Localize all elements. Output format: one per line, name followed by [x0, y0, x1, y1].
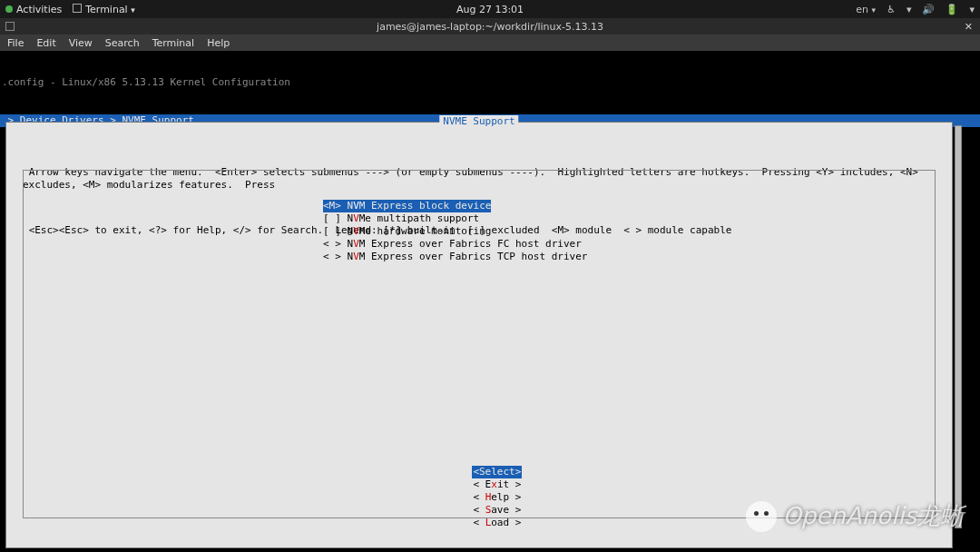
option-4[interactable]: < > NVM Express over Fabrics TCP host dr… — [323, 251, 587, 262]
gnome-topbar: Activities Terminal ▾ Aug 27 13:01 en ▾ … — [0, 0, 980, 18]
watermark: OpenAnolis龙蜥 — [746, 500, 964, 532]
input-lang-indicator[interactable]: en ▾ — [856, 4, 876, 15]
window-close-icon[interactable]: ✕ — [965, 21, 973, 33]
activities-button[interactable]: Activities — [5, 4, 62, 15]
volume-icon[interactable]: 🔊 — [922, 4, 935, 15]
clock[interactable]: Aug 27 13:01 — [456, 4, 524, 15]
save-button[interactable]: < Save > — [473, 504, 521, 517]
battery-icon[interactable]: 🔋 — [946, 4, 958, 15]
terminal-scrollbar[interactable] — [955, 125, 962, 528]
frame-title: NVME Support — [439, 115, 518, 128]
load-button[interactable]: < Load > — [473, 517, 521, 529]
menu-view[interactable]: View — [69, 37, 93, 49]
help-button[interactable]: < Help > — [473, 491, 521, 504]
terminal-menubar: File Edit View Search Terminal Help — [0, 34, 980, 51]
menu-terminal[interactable]: Terminal — [152, 37, 195, 49]
menu-help[interactable]: Help — [207, 37, 230, 49]
window-icon — [5, 22, 15, 31]
option-1[interactable]: [ ] NVMe multipath support — [323, 212, 479, 224]
network-icon[interactable]: ▾ — [906, 4, 912, 15]
menuconfig-frame: NVME Support Arrow keys navigate the men… — [5, 122, 953, 548]
wechat-icon — [746, 501, 777, 532]
system-menu-chevron-icon[interactable]: ▾ — [969, 4, 975, 15]
option-2[interactable]: [ ] NVMe hardware monitoring — [323, 225, 491, 237]
menu-search[interactable]: Search — [105, 37, 140, 49]
window-titlebar: james@james-laptop:~/workdir/linux-5.13.… — [0, 18, 980, 34]
option-3[interactable]: < > NVM Express over Fabrics FC host dri… — [323, 238, 582, 250]
menu-edit[interactable]: Edit — [36, 37, 55, 49]
menu-file[interactable]: File — [7, 37, 24, 49]
accessibility-icon[interactable]: ♿ — [887, 4, 896, 15]
exit-button[interactable]: < Exit > — [473, 478, 521, 491]
window-title: james@james-laptop:~/workdir/linux-5.13.… — [377, 21, 603, 33]
option-0[interactable]: <M> NVM Express block device — [323, 200, 491, 212]
terminal-viewport[interactable]: .config - Linux/x86 5.13.13 Kernel Confi… — [0, 51, 980, 552]
select-button[interactable]: <Select> — [472, 466, 522, 478]
app-menu[interactable]: Terminal ▾ — [73, 4, 135, 15]
config-title: .config - Linux/x86 5.13.13 Kernel Confi… — [2, 76, 290, 88]
